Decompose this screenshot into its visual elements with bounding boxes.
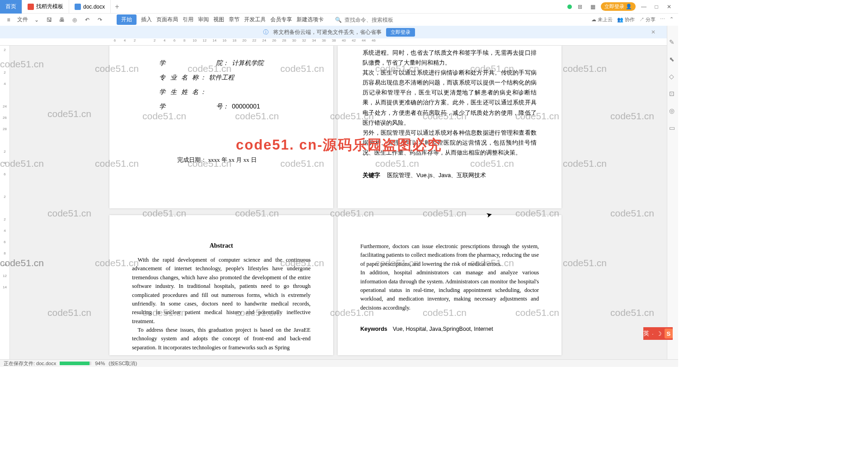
cloud-status[interactable]: ☁ 未上云: [591, 16, 613, 23]
anti-theft-watermark: code51. cn-源码乐园盗图必究: [236, 136, 443, 155]
horizontal-ruler: 6422468101214161820222426283032343638404…: [0, 38, 678, 46]
menu-devtools[interactable]: 开发工具: [244, 16, 266, 24]
menu-member[interactable]: 会员专享: [270, 16, 292, 24]
tab-label: 找稻壳模板: [36, 3, 63, 10]
menu-section[interactable]: 章节: [229, 16, 240, 24]
document-canvas[interactable]: 学院： 计算机学院 专业 名 称： 软件工程 学生 姓 名： 学号： 00000…: [10, 46, 667, 359]
resource-icon[interactable]: ⊡: [669, 90, 676, 97]
chevron-down-icon[interactable]: ⌄: [33, 16, 41, 24]
ime-lang: 英: [643, 329, 649, 338]
search-wrap: 🔍: [335, 17, 408, 23]
page-2: 系统进程。同时，也省去了纸质文件和签字手续，无需再去提口排队缴费，节省了大量时间…: [338, 46, 561, 208]
banner-close-button[interactable]: ✕: [651, 29, 656, 35]
doc-icon: [75, 4, 81, 10]
login-button[interactable]: 立即登录👤: [601, 2, 636, 11]
menu-insert[interactable]: 插入: [141, 16, 152, 24]
toolbar: ≡ 文件 ⌄ 🖫 🖶 ◎ ↶ ↷ 开始 插入 页面布局 引用 审阅 视图 章节 …: [0, 14, 678, 26]
more-icon[interactable]: ⋯: [660, 16, 665, 23]
menu-reference[interactable]: 引用: [183, 16, 193, 24]
abstract-body-2: To address these issues, this graduation…: [132, 326, 311, 352]
page-3: Abstract With the rapid development of c…: [109, 215, 333, 355]
menu-view[interactable]: 视图: [213, 16, 224, 24]
statusbar: 正在保存文件: doc.docx 94% (按ESC取消): [0, 359, 678, 367]
grid-icon[interactable]: ⊞: [576, 2, 585, 11]
redo-icon[interactable]: ↷: [96, 16, 104, 24]
expand-icon[interactable]: ⌃: [670, 16, 674, 23]
search-icon: 🔍: [335, 17, 342, 23]
titlebar: 首页 找稻壳模板 doc.docx + ⊞ ▦ 立即登录👤 — □ ✕: [0, 0, 678, 14]
right-panel: ✎ ⬉ ◇ ⊡ ◎ ▭: [667, 26, 678, 359]
ime-moon-icon: ☽: [656, 330, 662, 337]
abstract-en-body: Furthermore, doctors can issue electroni…: [360, 242, 539, 268]
minimize-button[interactable]: —: [639, 2, 648, 11]
tab-doc[interactable]: doc.docx: [69, 0, 111, 14]
status-dot-icon: [567, 5, 572, 9]
workspace: 22424262824622468101214 学院： 计算机学院 专业 名 称…: [0, 46, 667, 359]
abstract-title: Abstract: [132, 242, 311, 249]
abstract-body: With the rapid development of computer s…: [132, 256, 311, 326]
menu-icon[interactable]: ≡: [5, 16, 13, 24]
ime-indicator[interactable]: 英 · ☽ S: [643, 327, 673, 340]
reader-icon[interactable]: ▭: [669, 124, 676, 132]
ime-dot-icon: ·: [652, 330, 654, 337]
banner-login-button[interactable]: 立即登录: [386, 28, 415, 37]
menu-start[interactable]: 开始: [117, 14, 137, 25]
share-button[interactable]: ↗ 分享: [639, 16, 656, 23]
menu-layout[interactable]: 页面布局: [156, 16, 178, 24]
keywords-cn: 关键字医院管理、Vue.js、Java、互联网技术: [363, 171, 537, 179]
window-controls: ⊞ ▦ 立即登录👤 — □ ✕: [567, 2, 678, 11]
select-icon[interactable]: ⬉: [669, 56, 676, 63]
edit-icon[interactable]: ✎: [669, 38, 676, 46]
maximize-button[interactable]: □: [652, 2, 661, 11]
menu-review[interactable]: 审阅: [198, 16, 209, 24]
apps-icon[interactable]: ▦: [588, 2, 597, 11]
collab-button[interactable]: 👥 协作: [617, 16, 635, 23]
tab-label: doc.docx: [83, 4, 105, 10]
menu-newtab[interactable]: 新建选项卡: [297, 16, 324, 24]
banner-text: 将文档备份云端，可避免文件丢失，省心省事: [273, 28, 382, 36]
tab-template[interactable]: 找稻壳模板: [22, 0, 69, 14]
keywords-en: KeywordsVue, Hospital, Java,SpringBoot, …: [360, 326, 539, 333]
file-menu[interactable]: 文件: [17, 16, 28, 24]
template-icon: [28, 4, 34, 10]
location-icon[interactable]: ◎: [669, 107, 676, 114]
info-icon: ⓘ: [263, 28, 269, 36]
preview-icon[interactable]: ◎: [71, 16, 79, 24]
saving-text: 正在保存文件: doc.docx: [4, 360, 56, 367]
save-percent: 94%: [95, 361, 105, 366]
save-icon[interactable]: 🖫: [45, 16, 53, 24]
login-label: 立即登录: [604, 3, 624, 10]
vertical-ruler: 22424262824622468101214: [0, 46, 10, 359]
add-tab-button[interactable]: +: [111, 3, 123, 11]
cloud-banner: ⓘ 将文档备份云端，可避免文件丢失，省心省事 立即登录 ✕: [0, 26, 678, 38]
ime-sogou-icon: S: [665, 329, 673, 338]
print-icon[interactable]: 🖶: [58, 16, 66, 24]
undo-icon[interactable]: ↶: [83, 16, 91, 24]
save-progress: [60, 362, 91, 365]
abstract-en-body-2: In addition, hospital administrators can…: [360, 268, 539, 312]
page-4: Furthermore, doctors can issue electroni…: [338, 215, 561, 355]
tab-home[interactable]: 首页: [0, 0, 22, 14]
shape-icon[interactable]: ◇: [669, 73, 676, 80]
avatar-icon: 👤: [626, 4, 632, 9]
search-input[interactable]: [344, 17, 408, 23]
esc-hint: (按ESC取消): [108, 360, 137, 367]
close-button[interactable]: ✕: [665, 2, 674, 11]
page-1: 学院： 计算机学院 专业 名 称： 软件工程 学生 姓 名： 学号： 00000…: [109, 46, 333, 208]
right-tools: ☁ 未上云 👥 协作 ↗ 分享 ⋯ ⌃: [591, 16, 674, 23]
completion-date: 完成日期： xxxx 年 xx 月 xx 日: [177, 156, 306, 164]
